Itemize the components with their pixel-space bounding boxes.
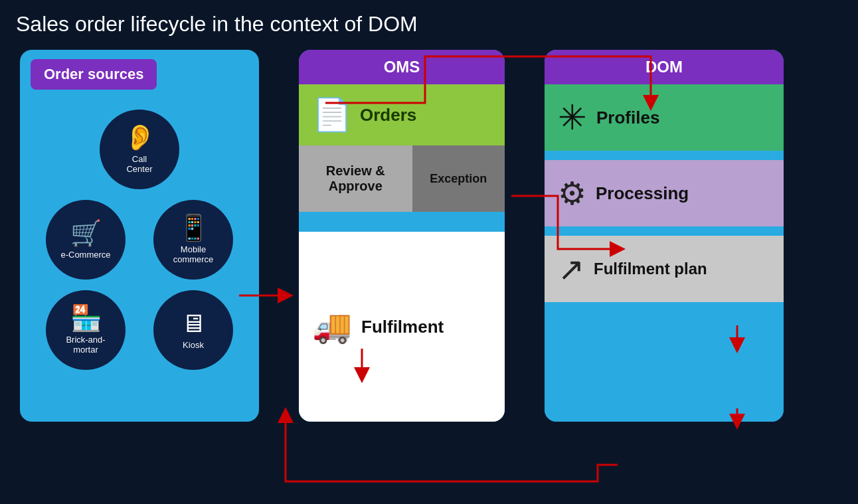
brick-circle: 🏪 Brick-and-mortar [46,290,126,370]
profiles-icon: ✳ [558,98,587,137]
call-center-label: CallCenter [126,154,152,174]
oms-orders-label: Orders [360,105,416,126]
brick-label: Brick-and-mortar [66,335,105,355]
order-sources-box: Order sources 👂 CallCenter 🛒 e-Commerce … [20,50,259,422]
oms-review-section: Review &Approve [299,145,412,212]
ecommerce-circle: 🛒 e-Commerce [46,200,126,280]
kiosk-icon: 🖥 [181,311,206,336]
call-center-icon: 👂 [124,125,155,150]
dom-fulfilment-plan-label: Fulfilment plan [594,260,707,278]
dom-header: DOM [545,50,784,84]
mobile-circle: 📱 Mobilecommerce [153,200,233,280]
oms-header: OMS [299,50,505,84]
dom-box: DOM ✳ Profiles ⚙ Processing ↗ Fulfilment… [545,50,784,422]
processing-icon: ⚙ [558,175,586,212]
order-sources-header: Order sources [31,59,157,90]
diagram-area: Order sources 👂 CallCenter 🛒 e-Commerce … [0,50,858,422]
oms-review-label: Review &Approve [326,163,385,194]
oms-fulfilment-section: 🚚 Fulfilment [299,232,505,422]
oms-gap [299,212,505,232]
oms-middle-section: Review &Approve Exception [299,145,505,212]
dom-processing-label: Processing [596,183,689,204]
oms-exception-section: Exception [412,145,505,212]
ecommerce-icon: 🛒 [70,220,102,246]
mobile-icon: 📱 [178,215,209,240]
brick-icon: 🏪 [70,305,102,331]
orders-icon: 📄 [312,96,352,133]
dom-gap1 [545,151,784,160]
page-title: Sales order lifecycle in the context of … [0,0,858,43]
dom-fulfilment-plan-section: ↗ Fulfilment plan [545,236,784,302]
fulfilment-plan-icon: ↗ [558,250,584,288]
dom-gap2 [545,226,784,236]
oms-fulfilment-label: Fulfilment [361,317,444,337]
oms-box: OMS 📄 Orders Review &Approve Exception 🚚… [299,50,505,422]
kiosk-label: Kiosk [183,340,204,350]
call-center-circle: 👂 CallCenter [100,110,179,189]
dom-processing-section: ⚙ Processing [545,160,784,226]
oms-orders-section: 📄 Orders [299,84,505,145]
dom-profiles-label: Profiles [596,108,659,128]
oms-exception-label: Exception [430,172,487,186]
fulfilment-icon: 🚚 [312,308,352,345]
ecommerce-label: e-Commerce [60,250,110,260]
icons-grid: 👂 CallCenter 🛒 e-Commerce 📱 Mobilecommer… [31,110,248,370]
dom-bottom-gap [545,302,784,422]
mobile-label: Mobilecommerce [173,244,214,264]
kiosk-circle: 🖥 Kiosk [153,290,233,370]
dom-profiles-section: ✳ Profiles [545,84,784,151]
